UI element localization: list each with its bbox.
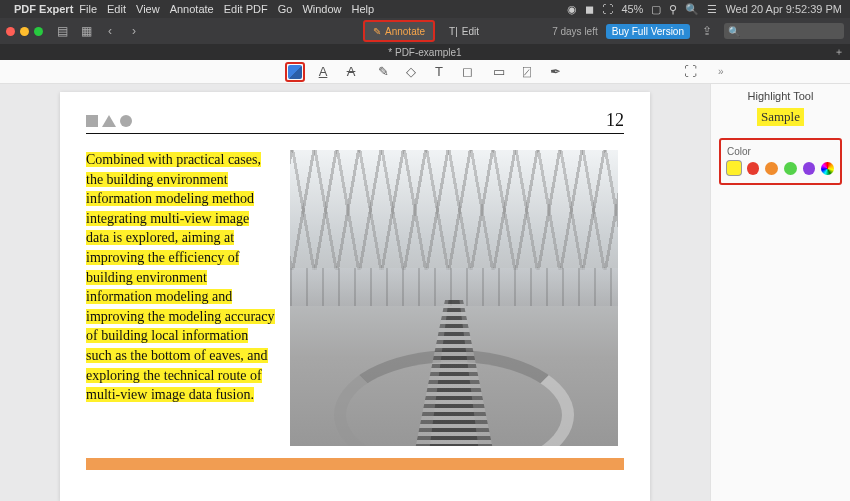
page-image: [290, 150, 624, 446]
fullscreen-icon[interactable]: ⛶: [680, 62, 700, 82]
menu-edit-pdf[interactable]: Edit PDF: [224, 3, 268, 15]
thumbnails-icon[interactable]: ▦: [77, 22, 95, 40]
clock: Wed 20 Apr 9:52:39 PM: [725, 3, 842, 15]
highlight-swatch-icon: [288, 65, 302, 79]
highlight-tool[interactable]: [285, 62, 305, 82]
sidebar-toggle-icon[interactable]: ▤: [53, 22, 71, 40]
text-cursor-icon: T|: [449, 26, 458, 37]
close-window[interactable]: [6, 27, 15, 36]
text-tool[interactable]: T: [429, 62, 449, 82]
new-tab-icon[interactable]: ＋: [834, 45, 844, 59]
stamp-tool[interactable]: ⍁: [517, 62, 537, 82]
pdf-page: 12 Combined with practical cases, the bu…: [60, 92, 650, 501]
mode-annotate-label: Annotate: [385, 26, 425, 37]
menu-edit[interactable]: Edit: [107, 3, 126, 15]
collapse-sidebar-icon[interactable]: »: [718, 66, 724, 77]
menu-annotate[interactable]: Annotate: [170, 3, 214, 15]
document-tab-bar: * PDF-example1 ＋: [0, 44, 850, 60]
menu-file[interactable]: File: [79, 3, 97, 15]
eraser-tool[interactable]: ◇: [401, 62, 421, 82]
menu-go[interactable]: Go: [278, 3, 293, 15]
page-header: 12: [86, 110, 624, 134]
minimize-window[interactable]: [20, 27, 29, 36]
strikethrough-tool[interactable]: A: [341, 62, 361, 82]
spotlight-icon[interactable]: 🔍: [685, 3, 699, 16]
body-text[interactable]: Combined with practical cases, the build…: [86, 150, 276, 446]
shapes-tool[interactable]: ◻: [457, 62, 477, 82]
workspace: 12 Combined with practical cases, the bu…: [0, 84, 850, 501]
highlighted-text[interactable]: Combined with practical cases, the build…: [86, 152, 275, 402]
mode-annotate[interactable]: ✎ Annotate: [363, 20, 435, 42]
forward-icon[interactable]: ›: [125, 22, 143, 40]
inspector-title: Highlight Tool: [719, 90, 842, 102]
document-canvas[interactable]: 12 Combined with practical cases, the bu…: [0, 84, 710, 501]
color-orange[interactable]: [765, 162, 778, 175]
mode-edit-label: Edit: [462, 26, 479, 37]
trial-days-left: 7 days left: [552, 26, 598, 37]
zoom-window[interactable]: [34, 27, 43, 36]
battery-icon: ▢: [651, 3, 661, 16]
menu-window[interactable]: Window: [302, 3, 341, 15]
color-yellow[interactable]: [727, 161, 741, 175]
color-purple[interactable]: [803, 162, 816, 175]
menu-help[interactable]: Help: [352, 3, 375, 15]
record-icon[interactable]: ◉: [567, 3, 577, 16]
search-icon: 🔍: [728, 26, 740, 37]
color-label: Color: [727, 146, 834, 157]
color-swatches: [727, 161, 834, 175]
orange-bar: [86, 458, 624, 470]
app-toolbar: ▤ ▦ ‹ › ✎ Annotate T| Edit 7 days left B…: [0, 18, 850, 44]
macos-menubar: PDF Expert File Edit View Annotate Edit …: [0, 0, 850, 18]
page-number: 12: [606, 110, 624, 131]
signature-tool[interactable]: ✒: [545, 62, 565, 82]
color-picker: Color: [719, 138, 842, 185]
color-green[interactable]: [784, 162, 797, 175]
control-center-icon[interactable]: ☰: [707, 3, 717, 16]
back-icon[interactable]: ‹: [101, 22, 119, 40]
annotation-toolbar: A A ✎ ◇ T ◻ ▭ ⍁ ✒ ⛶ »: [0, 60, 850, 84]
mode-edit[interactable]: T| Edit: [441, 22, 487, 40]
share-icon[interactable]: ⇪: [698, 22, 716, 40]
pencil-icon: ✎: [373, 26, 381, 37]
wifi-icon[interactable]: ⚲: [669, 3, 677, 16]
pen-tool[interactable]: ✎: [373, 62, 393, 82]
menu-view[interactable]: View: [136, 3, 160, 15]
architecture-photo: [290, 150, 618, 446]
document-tab[interactable]: * PDF-example1: [388, 47, 461, 58]
app-name[interactable]: PDF Expert: [14, 3, 73, 15]
highlight-sample: Sample: [757, 108, 804, 126]
color-custom[interactable]: [821, 162, 834, 175]
underline-tool[interactable]: A: [313, 62, 333, 82]
buy-full-version-button[interactable]: Buy Full Version: [606, 24, 690, 39]
note-tool[interactable]: ▭: [489, 62, 509, 82]
inspector-sidebar: Highlight Tool Sample Color: [710, 84, 850, 501]
header-shapes-icon: [86, 115, 132, 127]
window-controls: [6, 27, 43, 36]
stop-icon[interactable]: ◼: [585, 3, 594, 16]
battery-percent: 45%: [621, 3, 643, 15]
color-red[interactable]: [747, 162, 760, 175]
search-field[interactable]: 🔍: [724, 23, 844, 39]
screen-icon[interactable]: ⛶: [602, 3, 613, 15]
